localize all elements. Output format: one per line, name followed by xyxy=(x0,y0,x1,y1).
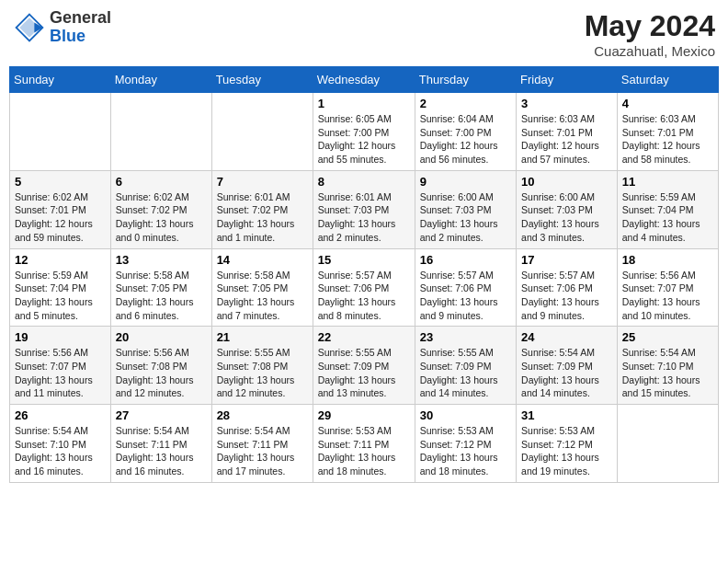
calendar-cell: 6Sunrise: 6:02 AM Sunset: 7:02 PM Daylig… xyxy=(110,170,211,248)
day-number: 7 xyxy=(217,175,308,189)
calendar-week-row: 26Sunrise: 5:54 AM Sunset: 7:10 PM Dayli… xyxy=(10,405,719,483)
day-number: 20 xyxy=(116,330,207,344)
calendar-cell: 17Sunrise: 5:57 AM Sunset: 7:06 PM Dayli… xyxy=(517,248,618,327)
calendar-cell: 18Sunrise: 5:56 AM Sunset: 7:07 PM Dayli… xyxy=(617,248,718,327)
weekday-header: Wednesday xyxy=(313,67,415,93)
calendar-cell: 14Sunrise: 5:58 AM Sunset: 7:05 PM Dayli… xyxy=(211,248,313,327)
calendar-week-row: 5Sunrise: 6:02 AM Sunset: 7:01 PM Daylig… xyxy=(10,170,719,248)
day-info: Sunrise: 5:59 AM Sunset: 7:04 PM Dayligh… xyxy=(622,190,713,245)
title-block: May 2024 Cuazahuatl, Mexico xyxy=(585,9,715,59)
day-number: 24 xyxy=(521,330,612,344)
calendar-cell: 15Sunrise: 5:57 AM Sunset: 7:06 PM Dayli… xyxy=(313,248,415,327)
calendar-cell: 13Sunrise: 5:58 AM Sunset: 7:05 PM Dayli… xyxy=(110,248,211,327)
day-number: 23 xyxy=(420,330,511,344)
calendar-cell xyxy=(211,93,313,171)
weekday-header: Friday xyxy=(517,67,618,93)
weekday-header: Monday xyxy=(110,67,211,93)
day-number: 26 xyxy=(15,408,106,422)
calendar-cell: 4Sunrise: 6:03 AM Sunset: 7:01 PM Daylig… xyxy=(617,93,718,171)
calendar-cell: 9Sunrise: 6:00 AM Sunset: 7:03 PM Daylig… xyxy=(415,170,516,248)
day-info: Sunrise: 6:03 AM Sunset: 7:01 PM Dayligh… xyxy=(622,112,713,167)
calendar-cell: 8Sunrise: 6:01 AM Sunset: 7:03 PM Daylig… xyxy=(313,170,415,248)
day-number: 21 xyxy=(217,330,308,344)
day-info: Sunrise: 5:53 AM Sunset: 7:11 PM Dayligh… xyxy=(318,424,410,478)
calendar-cell: 31Sunrise: 5:53 AM Sunset: 7:12 PM Dayli… xyxy=(517,405,618,483)
calendar-cell: 27Sunrise: 5:54 AM Sunset: 7:11 PM Dayli… xyxy=(110,405,211,483)
logo-blue: Blue xyxy=(50,28,111,46)
day-info: Sunrise: 6:01 AM Sunset: 7:03 PM Dayligh… xyxy=(318,190,410,245)
day-info: Sunrise: 5:56 AM Sunset: 7:07 PM Dayligh… xyxy=(622,269,713,323)
location: Cuazahuatl, Mexico xyxy=(585,43,715,59)
logo-general: General xyxy=(50,9,111,28)
day-number: 8 xyxy=(318,175,410,189)
calendar-week-row: 19Sunrise: 5:56 AM Sunset: 7:07 PM Dayli… xyxy=(10,327,719,405)
day-info: Sunrise: 6:00 AM Sunset: 7:03 PM Dayligh… xyxy=(420,190,511,245)
calendar-cell: 23Sunrise: 5:55 AM Sunset: 7:09 PM Dayli… xyxy=(415,327,516,405)
day-info: Sunrise: 5:54 AM Sunset: 7:09 PM Dayligh… xyxy=(521,346,612,400)
day-info: Sunrise: 5:55 AM Sunset: 7:09 PM Dayligh… xyxy=(420,346,511,400)
calendar-cell xyxy=(617,405,718,483)
calendar-cell: 21Sunrise: 5:55 AM Sunset: 7:08 PM Dayli… xyxy=(211,327,313,405)
day-number: 3 xyxy=(521,97,612,110)
day-info: Sunrise: 6:03 AM Sunset: 7:01 PM Dayligh… xyxy=(521,112,612,167)
day-number: 10 xyxy=(521,175,612,189)
day-number: 2 xyxy=(420,97,511,110)
month-title: May 2024 xyxy=(585,9,715,43)
day-number: 27 xyxy=(116,408,207,422)
day-info: Sunrise: 6:00 AM Sunset: 7:03 PM Dayligh… xyxy=(521,190,612,245)
day-info: Sunrise: 6:02 AM Sunset: 7:01 PM Dayligh… xyxy=(15,190,106,245)
day-number: 15 xyxy=(318,253,410,267)
calendar-cell: 30Sunrise: 5:53 AM Sunset: 7:12 PM Dayli… xyxy=(415,405,516,483)
calendar-cell xyxy=(110,93,211,171)
day-info: Sunrise: 5:56 AM Sunset: 7:08 PM Dayligh… xyxy=(116,346,207,400)
day-number: 28 xyxy=(217,408,308,422)
calendar-cell: 7Sunrise: 6:01 AM Sunset: 7:02 PM Daylig… xyxy=(211,170,313,248)
calendar-cell: 2Sunrise: 6:04 AM Sunset: 7:00 PM Daylig… xyxy=(415,93,516,171)
day-number: 18 xyxy=(622,253,713,267)
day-number: 11 xyxy=(622,175,713,189)
day-number: 22 xyxy=(318,330,410,344)
day-number: 17 xyxy=(521,253,612,267)
day-number: 1 xyxy=(318,97,410,110)
day-info: Sunrise: 6:02 AM Sunset: 7:02 PM Dayligh… xyxy=(116,190,207,245)
day-number: 4 xyxy=(622,97,713,110)
day-info: Sunrise: 5:57 AM Sunset: 7:06 PM Dayligh… xyxy=(420,269,511,323)
calendar-cell: 20Sunrise: 5:56 AM Sunset: 7:08 PM Dayli… xyxy=(110,327,211,405)
day-info: Sunrise: 6:01 AM Sunset: 7:02 PM Dayligh… xyxy=(217,190,308,245)
weekday-header: Sunday xyxy=(10,67,111,93)
day-number: 31 xyxy=(521,408,612,422)
weekday-header: Thursday xyxy=(415,67,516,93)
calendar-week-row: 1Sunrise: 6:05 AM Sunset: 7:00 PM Daylig… xyxy=(10,93,719,171)
day-info: Sunrise: 5:54 AM Sunset: 7:11 PM Dayligh… xyxy=(217,424,308,478)
day-number: 6 xyxy=(116,175,207,189)
calendar-cell: 25Sunrise: 5:54 AM Sunset: 7:10 PM Dayli… xyxy=(617,327,718,405)
page-header: General Blue May 2024 Cuazahuatl, Mexico xyxy=(9,9,719,59)
calendar-cell: 24Sunrise: 5:54 AM Sunset: 7:09 PM Dayli… xyxy=(517,327,618,405)
calendar-cell: 10Sunrise: 6:00 AM Sunset: 7:03 PM Dayli… xyxy=(517,170,618,248)
day-info: Sunrise: 5:54 AM Sunset: 7:11 PM Dayligh… xyxy=(116,424,207,478)
day-number: 25 xyxy=(622,330,713,344)
day-info: Sunrise: 5:53 AM Sunset: 7:12 PM Dayligh… xyxy=(521,424,612,478)
day-number: 9 xyxy=(420,175,511,189)
calendar-cell: 16Sunrise: 5:57 AM Sunset: 7:06 PM Dayli… xyxy=(415,248,516,327)
logo: General Blue xyxy=(13,9,111,46)
calendar-cell: 22Sunrise: 5:55 AM Sunset: 7:09 PM Dayli… xyxy=(313,327,415,405)
day-info: Sunrise: 5:56 AM Sunset: 7:07 PM Dayligh… xyxy=(15,346,106,400)
calendar-cell: 11Sunrise: 5:59 AM Sunset: 7:04 PM Dayli… xyxy=(617,170,718,248)
day-info: Sunrise: 6:05 AM Sunset: 7:00 PM Dayligh… xyxy=(318,112,410,167)
day-info: Sunrise: 5:53 AM Sunset: 7:12 PM Dayligh… xyxy=(420,424,511,478)
day-number: 19 xyxy=(15,330,106,344)
calendar-table: SundayMondayTuesdayWednesdayThursdayFrid… xyxy=(9,66,719,483)
day-number: 29 xyxy=(318,408,410,422)
day-number: 12 xyxy=(15,253,106,267)
day-number: 13 xyxy=(116,253,207,267)
calendar-cell: 26Sunrise: 5:54 AM Sunset: 7:10 PM Dayli… xyxy=(10,405,111,483)
day-info: Sunrise: 5:59 AM Sunset: 7:04 PM Dayligh… xyxy=(15,269,106,323)
calendar-cell: 19Sunrise: 5:56 AM Sunset: 7:07 PM Dayli… xyxy=(10,327,111,405)
logo-text: General Blue xyxy=(50,9,111,46)
day-number: 14 xyxy=(217,253,308,267)
calendar-week-row: 12Sunrise: 5:59 AM Sunset: 7:04 PM Dayli… xyxy=(10,248,719,327)
day-info: Sunrise: 5:54 AM Sunset: 7:10 PM Dayligh… xyxy=(622,346,713,400)
day-number: 16 xyxy=(420,253,511,267)
weekday-header-row: SundayMondayTuesdayWednesdayThursdayFrid… xyxy=(10,67,719,93)
